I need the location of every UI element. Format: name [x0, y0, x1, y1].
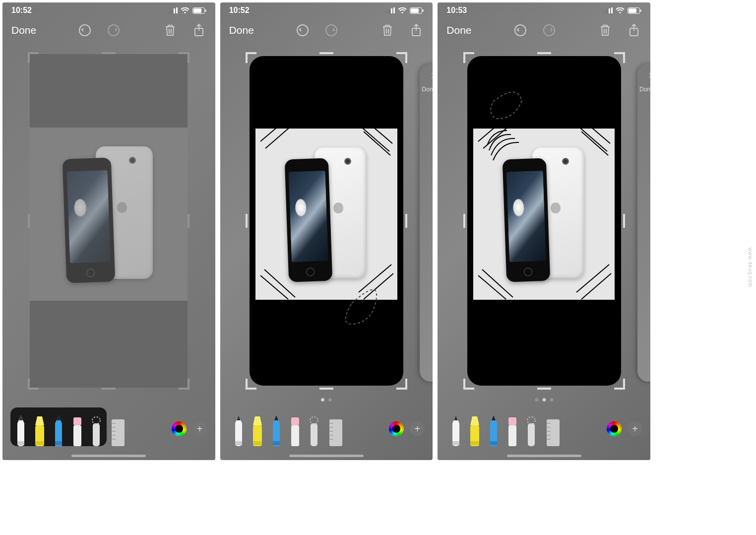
pencil-tool[interactable]	[51, 415, 66, 446]
eraser-tool[interactable]	[70, 415, 85, 446]
highlighter-tool[interactable]	[250, 415, 265, 446]
highlighter-tool[interactable]	[467, 415, 482, 446]
crop-handle-tl[interactable]	[463, 52, 474, 63]
undo-button[interactable]	[295, 23, 310, 38]
crop-handle-br[interactable]	[614, 379, 625, 390]
svg-point-86	[527, 417, 535, 424]
pen-tool[interactable]	[231, 415, 246, 446]
pencil-tool[interactable]	[269, 415, 284, 446]
svg-point-8	[79, 25, 90, 36]
undo-button[interactable]	[77, 23, 92, 38]
svg-rect-47	[253, 441, 262, 445]
crop-handle-top[interactable]	[319, 52, 333, 54]
crop-handle-br[interactable]	[396, 379, 407, 390]
done-button[interactable]: Done	[11, 24, 36, 36]
pencil-tool[interactable]	[486, 415, 501, 446]
svg-rect-3	[176, 7, 178, 13]
peek-done: Don	[422, 86, 433, 93]
crop-handle-tl[interactable]	[28, 52, 39, 63]
add-annotation-button[interactable]: +	[192, 421, 207, 436]
lasso-tool[interactable]	[524, 415, 539, 446]
crop-handle-bl[interactable]	[246, 379, 256, 390]
redo-button[interactable]	[542, 23, 557, 38]
crop-handle-right[interactable]	[188, 214, 189, 228]
crop-handle-bl[interactable]	[28, 379, 39, 390]
page-dot[interactable]	[321, 398, 324, 401]
undo-button[interactable]	[513, 23, 528, 38]
crop-handle-right[interactable]	[405, 214, 407, 228]
svg-rect-49	[291, 417, 299, 425]
crop-handle-bl[interactable]	[463, 379, 474, 390]
share-button[interactable]	[191, 23, 206, 38]
eraser-tool[interactable]	[288, 415, 303, 446]
crop-handle-top[interactable]	[537, 52, 551, 54]
page-dot[interactable]	[535, 398, 538, 401]
pen-tool[interactable]	[13, 415, 28, 446]
next-screenshot-peek[interactable]: 10Don	[420, 64, 433, 382]
pen-tool[interactable]	[448, 415, 463, 446]
page-dot[interactable]	[542, 398, 546, 401]
markup-tool-tray: +	[438, 406, 650, 456]
peek-time: 10	[639, 72, 650, 79]
page-dot[interactable]	[328, 398, 332, 401]
svg-rect-13	[35, 441, 44, 445]
svg-rect-83	[508, 417, 516, 425]
crop-frame[interactable]	[463, 52, 625, 390]
home-indicator[interactable]	[71, 455, 146, 457]
next-screenshot-peek[interactable]: 10Don	[637, 64, 650, 382]
crop-frame[interactable]	[246, 52, 407, 390]
page-dot[interactable]	[550, 398, 553, 401]
home-indicator[interactable]	[507, 455, 581, 457]
crop-handle-tl[interactable]	[246, 52, 256, 63]
crop-frame[interactable]	[28, 52, 189, 390]
crop-handle-left[interactable]	[246, 214, 248, 228]
ruler-tool[interactable]	[111, 415, 126, 446]
ruler-tool[interactable]	[328, 415, 343, 446]
screenshot-canvas[interactable]	[463, 52, 625, 390]
screenshot-editor-panel: 10:52 Done	[220, 2, 433, 460]
done-button[interactable]: Done	[446, 24, 471, 36]
peek-done: Don	[639, 86, 650, 93]
ruler-tool[interactable]	[546, 415, 561, 446]
crop-handle-tr[interactable]	[614, 52, 625, 63]
svg-rect-62	[611, 7, 613, 13]
crop-handle-bottom[interactable]	[319, 388, 333, 390]
color-picker-button[interactable]	[389, 421, 404, 436]
crop-handle-bottom[interactable]	[537, 388, 551, 390]
status-bar: 10:53	[438, 2, 650, 16]
redo-button[interactable]	[324, 23, 339, 38]
crop-handle-left[interactable]	[463, 214, 465, 228]
done-button[interactable]: Done	[229, 24, 254, 36]
color-picker-button[interactable]	[172, 421, 187, 436]
color-picker-button[interactable]	[607, 421, 622, 436]
add-annotation-button[interactable]: +	[628, 421, 642, 436]
status-time: 10:53	[446, 6, 467, 15]
lasso-tool[interactable]	[89, 415, 104, 446]
svg-point-4	[184, 11, 186, 13]
crop-handle-bottom[interactable]	[102, 388, 116, 390]
crop-handle-left[interactable]	[28, 214, 30, 228]
redo-button[interactable]	[106, 23, 121, 38]
trash-button[interactable]	[380, 23, 395, 38]
add-annotation-button[interactable]: +	[410, 421, 425, 436]
trash-button[interactable]	[163, 23, 178, 38]
share-button[interactable]	[627, 23, 641, 38]
share-button[interactable]	[409, 23, 424, 38]
crop-handle-br[interactable]	[179, 379, 189, 390]
crop-handle-tr[interactable]	[179, 52, 189, 63]
svg-rect-85	[528, 423, 535, 446]
eraser-tool[interactable]	[505, 415, 520, 446]
screenshot-canvas[interactable]	[246, 52, 407, 390]
highlighter-tool[interactable]	[32, 415, 47, 446]
svg-point-18	[92, 417, 100, 424]
crop-handle-tr[interactable]	[396, 52, 407, 63]
svg-rect-27	[391, 8, 392, 13]
screenshot-canvas[interactable]	[28, 52, 189, 390]
svg-point-34	[326, 25, 337, 36]
home-indicator[interactable]	[289, 455, 364, 457]
cellular-icon	[604, 7, 613, 13]
crop-handle-right[interactable]	[623, 214, 625, 228]
trash-button[interactable]	[598, 23, 613, 38]
lasso-tool[interactable]	[307, 415, 321, 446]
crop-handle-top[interactable]	[102, 52, 116, 54]
